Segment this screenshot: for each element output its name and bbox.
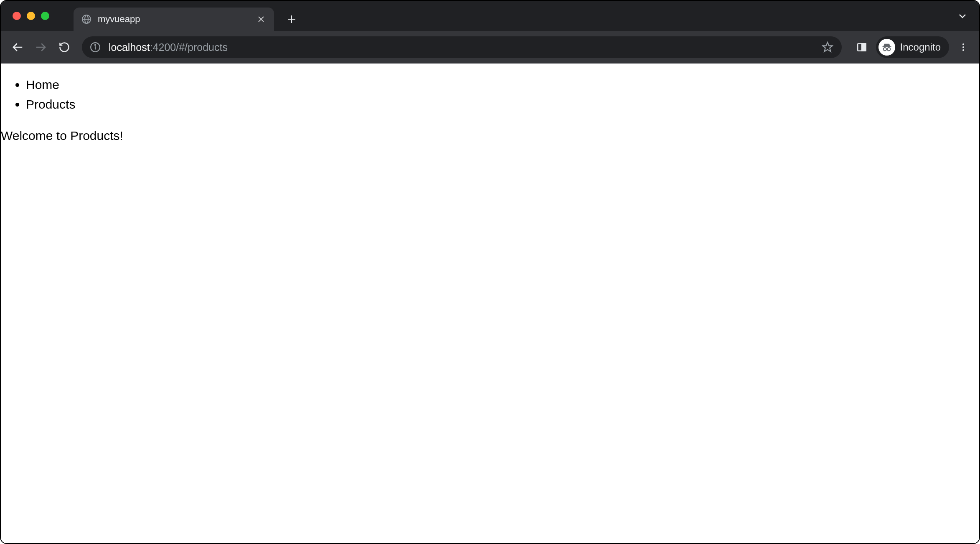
tabs-dropdown-button[interactable]: [955, 8, 970, 23]
tab-title: myvueapp: [98, 14, 256, 25]
menu-button[interactable]: [954, 38, 972, 56]
svg-point-11: [95, 45, 96, 46]
svg-point-17: [887, 48, 890, 51]
incognito-indicator[interactable]: Incognito: [876, 36, 949, 58]
incognito-icon: [878, 39, 895, 56]
site-info-icon[interactable]: [89, 41, 101, 53]
url-host: localhost: [109, 41, 150, 53]
reload-button[interactable]: [54, 37, 74, 57]
back-button[interactable]: [8, 37, 28, 57]
toolbar-right: Incognito: [849, 36, 972, 58]
url-text: localhost:4200/#/products: [109, 41, 821, 53]
welcome-text: Welcome to Products!: [1, 126, 979, 145]
globe-icon: [81, 14, 92, 25]
maximize-window-button[interactable]: [41, 12, 49, 20]
incognito-label: Incognito: [900, 41, 941, 53]
minimize-window-button[interactable]: [27, 12, 35, 20]
browser-window: myvueapp: [1, 1, 979, 543]
nav-link-home[interactable]: Home: [26, 75, 979, 94]
close-window-button[interactable]: [13, 12, 21, 20]
svg-rect-15: [882, 46, 891, 47]
window-controls: [13, 12, 49, 20]
bookmark-star-icon[interactable]: [821, 41, 834, 54]
nav-list: Home Products: [1, 75, 979, 114]
close-tab-button[interactable]: [256, 14, 267, 25]
svg-point-21: [962, 49, 964, 51]
nav-link-products[interactable]: Products: [26, 95, 979, 114]
page-content: Home Products Welcome to Products!: [1, 64, 979, 543]
svg-point-20: [962, 46, 964, 48]
svg-rect-14: [862, 43, 866, 51]
browser-tab[interactable]: myvueapp: [74, 8, 274, 31]
forward-button[interactable]: [31, 37, 51, 57]
panel-icon[interactable]: [853, 38, 871, 56]
url-path: :4200/#/products: [150, 41, 228, 53]
svg-point-16: [883, 48, 886, 51]
tabs-row: myvueapp: [74, 1, 301, 31]
svg-marker-12: [823, 42, 832, 51]
address-bar[interactable]: localhost:4200/#/products: [82, 36, 842, 58]
tab-bar: myvueapp: [1, 1, 979, 31]
browser-toolbar: localhost:4200/#/products: [1, 31, 979, 64]
svg-point-19: [962, 43, 964, 45]
new-tab-button[interactable]: [282, 10, 301, 28]
